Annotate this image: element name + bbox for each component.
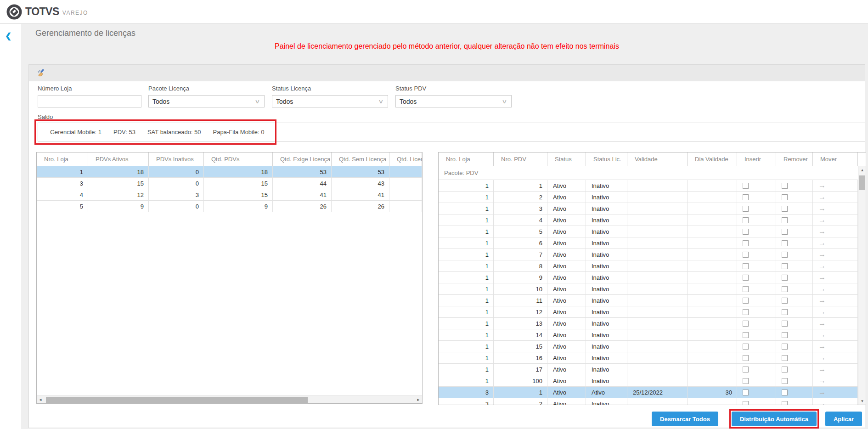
inserir-checkbox[interactable] xyxy=(743,183,749,189)
status-pdv-select[interactable]: Todos ∨ xyxy=(395,95,512,107)
move-arrow-icon[interactable]: → xyxy=(818,216,826,224)
table-row[interactable]: 14AtivoInativo→ xyxy=(439,214,858,226)
remover-checkbox[interactable] xyxy=(782,344,788,350)
remover-checkbox[interactable] xyxy=(782,298,788,304)
inserir-checkbox[interactable] xyxy=(743,389,749,395)
inserir-checkbox[interactable] xyxy=(743,367,749,373)
inserir-checkbox[interactable] xyxy=(743,206,749,212)
remover-checkbox[interactable] xyxy=(782,252,788,258)
back-button[interactable]: ❮ xyxy=(5,31,11,41)
inserir-checkbox[interactable] xyxy=(743,344,749,350)
move-arrow-icon[interactable]: → xyxy=(818,262,826,270)
table-row[interactable]: 13AtivoInativo→ xyxy=(439,203,858,214)
table-row[interactable]: 110AtivoInativo→ xyxy=(439,283,858,295)
inserir-checkbox[interactable] xyxy=(743,332,749,338)
table-row[interactable]: 17AtivoInativo→ xyxy=(439,249,858,260)
scroll-down-arrow-icon[interactable]: ▼ xyxy=(858,397,866,405)
move-arrow-icon[interactable]: → xyxy=(818,377,826,384)
remover-checkbox[interactable] xyxy=(782,217,788,223)
aplicar-button[interactable]: Aplicar xyxy=(825,412,862,426)
move-arrow-icon[interactable]: → xyxy=(818,228,826,235)
table-row[interactable]: 117AtivoInativo→ xyxy=(439,364,858,375)
remover-checkbox[interactable] xyxy=(782,355,788,361)
inserir-checkbox[interactable] xyxy=(743,275,749,281)
move-arrow-icon[interactable]: → xyxy=(818,285,826,293)
move-arrow-icon[interactable]: → xyxy=(818,320,826,327)
table-row[interactable]: 18AtivoInativo→ xyxy=(439,260,858,272)
inserir-checkbox[interactable] xyxy=(743,321,749,327)
horizontal-scroll-thumb[interactable] xyxy=(46,397,308,403)
desmarcar-todos-button[interactable]: Desmarcar Todos xyxy=(652,412,718,426)
remover-checkbox[interactable] xyxy=(782,389,788,395)
table-row[interactable]: 16AtivoInativo→ xyxy=(439,237,858,249)
table-row[interactable]: 4123154141 xyxy=(37,189,422,201)
inserir-checkbox[interactable] xyxy=(743,355,749,361)
remover-checkbox[interactable] xyxy=(782,275,788,281)
table-row[interactable]: 3150154443 xyxy=(37,178,422,189)
inserir-checkbox[interactable] xyxy=(743,252,749,258)
remover-checkbox[interactable] xyxy=(782,367,788,373)
table-row[interactable]: 1100AtivoInativo→ xyxy=(439,375,858,387)
scroll-left-arrow-icon[interactable]: ◄ xyxy=(37,396,44,404)
remover-checkbox[interactable] xyxy=(782,332,788,338)
move-arrow-icon[interactable]: → xyxy=(818,297,826,304)
remover-checkbox[interactable] xyxy=(782,286,788,292)
pacote-licenca-select[interactable]: Todos ∨ xyxy=(148,95,265,107)
table-row[interactable]: 31AtivoAtivo25/12/202230→ xyxy=(439,387,858,398)
inserir-checkbox[interactable] xyxy=(743,401,749,405)
move-arrow-icon[interactable]: → xyxy=(818,251,826,258)
inserir-checkbox[interactable] xyxy=(743,194,749,200)
scroll-right-arrow-icon[interactable]: ► xyxy=(415,396,422,404)
table-row[interactable]: 1180185353 xyxy=(37,166,422,178)
remover-checkbox[interactable] xyxy=(782,263,788,269)
remover-checkbox[interactable] xyxy=(782,194,788,200)
remover-checkbox[interactable] xyxy=(782,240,788,246)
clear-filters-broom-icon[interactable] xyxy=(37,68,46,77)
inserir-checkbox[interactable] xyxy=(743,286,749,292)
scroll-up-arrow-icon[interactable]: ▲ xyxy=(858,166,866,174)
inserir-checkbox[interactable] xyxy=(743,217,749,223)
pdv-table-vertical-scrollbar[interactable]: ▲ ▼ xyxy=(858,166,866,405)
inserir-checkbox[interactable] xyxy=(743,229,749,235)
inserir-checkbox[interactable] xyxy=(743,378,749,384)
move-arrow-icon[interactable]: → xyxy=(818,343,826,350)
move-arrow-icon[interactable]: → xyxy=(818,205,826,212)
table-row[interactable]: 59092626 xyxy=(37,201,422,212)
table-row[interactable]: 116AtivoInativo→ xyxy=(439,352,858,364)
table-row[interactable]: 112AtivoInativo→ xyxy=(439,306,858,318)
move-arrow-icon[interactable]: → xyxy=(818,366,826,373)
remover-checkbox[interactable] xyxy=(782,309,788,315)
vertical-scroll-thumb[interactable] xyxy=(859,175,865,190)
table-row[interactable]: 32AtivoInativo→ xyxy=(439,398,858,405)
inserir-checkbox[interactable] xyxy=(743,309,749,315)
status-licenca-select[interactable]: Todos ∨ xyxy=(272,95,388,107)
distribuicao-automatica-button[interactable]: Distribuição Automática xyxy=(732,412,817,426)
move-arrow-icon[interactable]: → xyxy=(818,182,826,189)
inserir-checkbox[interactable] xyxy=(743,298,749,304)
remover-checkbox[interactable] xyxy=(782,183,788,189)
remover-checkbox[interactable] xyxy=(782,401,788,405)
table-row[interactable]: 11AtivoInativo→ xyxy=(439,180,858,192)
table-row[interactable]: 19AtivoInativo→ xyxy=(439,272,858,283)
table-row[interactable]: 114AtivoInativo→ xyxy=(439,329,858,341)
inserir-checkbox[interactable] xyxy=(743,263,749,269)
table-row[interactable]: 115AtivoInativo→ xyxy=(439,341,858,352)
remover-checkbox[interactable] xyxy=(782,378,788,384)
remover-checkbox[interactable] xyxy=(782,206,788,212)
move-arrow-icon[interactable]: → xyxy=(818,239,826,247)
move-arrow-icon[interactable]: → xyxy=(818,274,826,281)
move-arrow-icon[interactable]: → xyxy=(818,400,826,405)
numero-loja-input[interactable] xyxy=(38,95,141,107)
move-arrow-icon[interactable]: → xyxy=(818,331,826,339)
move-arrow-icon[interactable]: → xyxy=(818,308,826,316)
move-arrow-icon[interactable]: → xyxy=(818,193,826,201)
table-row[interactable]: 15AtivoInativo→ xyxy=(439,226,858,237)
remover-checkbox[interactable] xyxy=(782,229,788,235)
stores-table-horizontal-scrollbar[interactable]: ◄ ► xyxy=(37,395,422,403)
table-row[interactable]: 12AtivoInativo→ xyxy=(439,192,858,203)
move-arrow-icon[interactable]: → xyxy=(818,354,826,361)
inserir-checkbox[interactable] xyxy=(743,240,749,246)
table-row[interactable]: 113AtivoInativo→ xyxy=(439,318,858,329)
remover-checkbox[interactable] xyxy=(782,321,788,327)
move-arrow-icon[interactable]: → xyxy=(818,389,826,396)
